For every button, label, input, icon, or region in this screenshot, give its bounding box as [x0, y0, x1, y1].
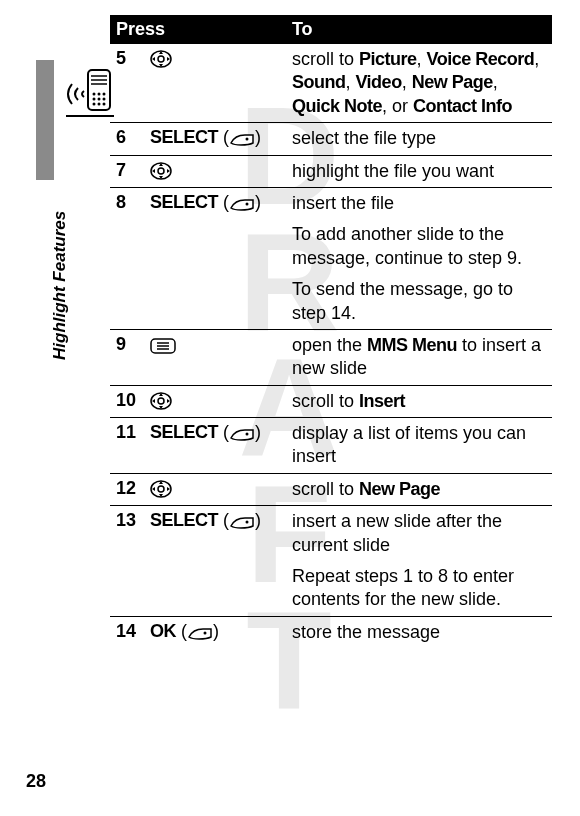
step-number: 9 — [110, 329, 144, 385]
softkey-label: SELECT — [150, 422, 218, 442]
table-row: 9 open the MMS Menu to insert a new slid… — [110, 329, 552, 385]
menuitem-voice-record: Voice Record — [427, 49, 535, 69]
svg-point-12 — [103, 103, 106, 106]
step-number: 14 — [110, 616, 144, 648]
page-number: 28 — [26, 771, 46, 792]
softkey-label: OK — [150, 621, 176, 641]
row5-or: , or — [382, 96, 413, 116]
press-cell: SELECT ( ) — [144, 187, 286, 329]
table-row: 11 SELECT ( ) display a list of items yo… — [110, 418, 552, 474]
step-number: 7 — [110, 155, 144, 187]
press-cell — [144, 473, 286, 505]
row8-line1: insert the file — [292, 192, 546, 215]
softkey-label: SELECT — [150, 127, 218, 147]
to-cell: open the MMS Menu to insert a new slide — [286, 329, 552, 385]
to-cell: highlight the file you want — [286, 155, 552, 187]
table-row: 10 scroll to Insert — [110, 385, 552, 417]
menuitem-quick-note: Quick Note — [292, 96, 382, 116]
step-number: 13 — [110, 506, 144, 617]
step-number: 6 — [110, 123, 144, 155]
right-softkey-icon — [187, 627, 213, 641]
to-cell: scroll to Picture, Voice Record, Sound, … — [286, 44, 552, 123]
svg-point-5 — [98, 93, 101, 96]
svg-point-45 — [246, 521, 249, 524]
menuitem-insert: Insert — [359, 391, 405, 411]
table-row: 8 SELECT ( ) insert the file To add anot… — [110, 187, 552, 329]
step-number: 11 — [110, 418, 144, 474]
svg-point-15 — [158, 56, 164, 62]
svg-point-27 — [246, 202, 249, 205]
press-cell: OK ( ) — [144, 616, 286, 648]
row13-line2: Repeat steps 1 to 8 to enter contents fo… — [292, 557, 546, 612]
row8-line2: To add another slide to the message, con… — [292, 215, 546, 270]
step-number: 8 — [110, 187, 144, 329]
step-number: 10 — [110, 385, 144, 417]
row8-line3: To send the message, go to step 14. — [292, 270, 546, 325]
menuitem-contact-info: Contact Info — [413, 96, 512, 116]
header-to: To — [286, 15, 552, 44]
table-row: 5 scroll to Picture, Voice Record, Sound… — [110, 44, 552, 123]
to-cell: store the message — [286, 616, 552, 648]
menuitem-new-page: New Page — [412, 72, 493, 92]
svg-point-40 — [158, 486, 164, 492]
menuitem-new-page: New Page — [359, 479, 440, 499]
table-header-row: Press To — [110, 15, 552, 44]
to-cell: insert the file To add another slide to … — [286, 187, 552, 329]
sidebar — [36, 60, 96, 560]
step-number: 12 — [110, 473, 144, 505]
press-cell — [144, 329, 286, 385]
press-cell — [144, 385, 286, 417]
menu-key-icon — [150, 338, 176, 354]
table-row: 13 SELECT ( ) insert a new slide after t… — [110, 506, 552, 617]
press-cell: SELECT ( ) — [144, 506, 286, 617]
table-row: 12 scroll to New Page — [110, 473, 552, 505]
menuitem-mms-menu: MMS Menu — [367, 335, 457, 355]
press-cell — [144, 155, 286, 187]
svg-point-33 — [158, 398, 164, 404]
table-row: 14 OK ( ) store the message — [110, 616, 552, 648]
svg-point-22 — [158, 168, 164, 174]
softkey-label: SELECT — [150, 510, 218, 530]
svg-point-7 — [93, 98, 96, 101]
menuitem-picture: Picture — [359, 49, 417, 69]
nav-key-icon — [150, 50, 172, 68]
press-cell — [144, 44, 286, 123]
row12-pre: scroll to — [292, 479, 359, 499]
sidebar-accent-box — [36, 60, 54, 180]
right-softkey-icon — [229, 516, 255, 530]
nav-key-icon — [150, 480, 172, 498]
svg-point-8 — [98, 98, 101, 101]
to-cell: scroll to New Page — [286, 473, 552, 505]
right-softkey-icon — [229, 198, 255, 212]
to-cell: insert a new slide after the current sli… — [286, 506, 552, 617]
menuitem-video: Video — [355, 72, 401, 92]
instructions-table: Press To 5 scroll to Picture, Voice Reco… — [110, 15, 552, 648]
row5-pre: scroll to — [292, 49, 359, 69]
nav-key-icon — [150, 392, 172, 410]
svg-point-6 — [103, 93, 106, 96]
press-cell: SELECT ( ) — [144, 418, 286, 474]
svg-point-4 — [93, 93, 96, 96]
instructions-table-container: Press To 5 scroll to Picture, Voice Reco… — [110, 15, 552, 648]
phone-icon — [62, 64, 116, 126]
row9-pre: open the — [292, 335, 367, 355]
menuitem-sound: Sound — [292, 72, 346, 92]
row10-pre: scroll to — [292, 391, 359, 411]
svg-point-20 — [246, 138, 249, 141]
to-cell: display a list of items you can insert — [286, 418, 552, 474]
svg-point-10 — [93, 103, 96, 106]
svg-point-11 — [98, 103, 101, 106]
row13-line1: insert a new slide after the current sli… — [292, 510, 546, 557]
to-cell: scroll to Insert — [286, 385, 552, 417]
right-softkey-icon — [229, 428, 255, 442]
header-press: Press — [110, 15, 286, 44]
to-cell: select the file type — [286, 123, 552, 155]
softkey-label: SELECT — [150, 192, 218, 212]
svg-point-38 — [246, 433, 249, 436]
svg-point-46 — [204, 631, 207, 634]
table-row: 6 SELECT ( ) select the file type — [110, 123, 552, 155]
press-cell: SELECT ( ) — [144, 123, 286, 155]
right-softkey-icon — [229, 133, 255, 147]
table-row: 7 highlight the file you want — [110, 155, 552, 187]
svg-point-9 — [103, 98, 106, 101]
